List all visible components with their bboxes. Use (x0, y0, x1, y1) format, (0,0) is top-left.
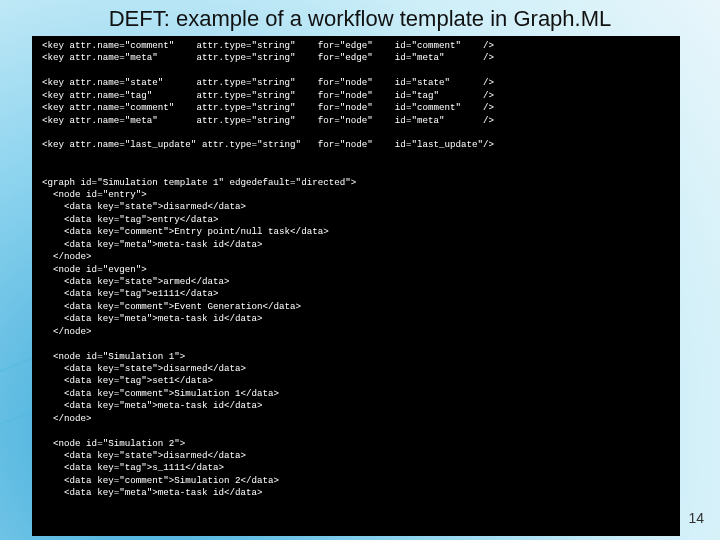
page-number: 14 (688, 510, 704, 526)
page-title: DEFT: example of a workflow template in … (0, 6, 720, 32)
graphml-code-block: <key attr.name="comment" attr.type="stri… (32, 36, 680, 536)
